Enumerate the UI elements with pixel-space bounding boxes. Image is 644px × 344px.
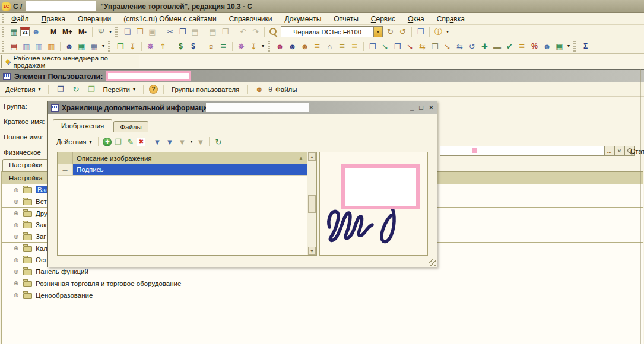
sort-icon[interactable]: ▲ (299, 155, 303, 161)
incoming-payment-icon[interactable]: ↧ (126, 40, 139, 52)
menu-site-exchange[interactable]: (cms1c.ru) Обмен с сайтами (123, 15, 217, 23)
expand-icon[interactable]: ⊕ (12, 292, 20, 298)
sales-manager-workspace-button[interactable]: ◆ Рабочее место менеджера по продажам (1, 55, 139, 68)
coins-column-icon[interactable]: ≣ (516, 40, 528, 52)
service-settings-icon[interactable]: Ψ (95, 26, 107, 38)
partners-icon[interactable]: ☻ (63, 40, 75, 52)
filter-clear-icon[interactable]: ▼ (194, 136, 207, 148)
menu-operations[interactable]: Операции (78, 15, 111, 23)
tree-row[interactable]: ⊕ Панель функций (2, 266, 643, 278)
menu-edit[interactable]: Правка (42, 15, 66, 23)
images-table-header[interactable]: Описание изображения ▲ (58, 152, 307, 164)
open-document-icon[interactable]: ❐ (134, 26, 146, 38)
doc-manager-icon[interactable]: ☻ (541, 40, 553, 52)
dialog-actions-button[interactable]: Действия ▾ (54, 137, 94, 146)
supplier-icon[interactable]: ⌂ (323, 40, 336, 52)
tree-row[interactable]: ⊕ Ценообразование (2, 289, 643, 301)
money-in-icon[interactable]: $ (175, 40, 187, 52)
files-button[interactable]: Файлы (275, 86, 297, 93)
label-printer-icon[interactable]: ▥ (45, 40, 58, 52)
structure-icon[interactable]: ▦ (553, 40, 566, 52)
filter-set-icon[interactable]: ▼ (151, 136, 163, 148)
find-prev-icon[interactable]: ↺ (396, 26, 409, 38)
close-button[interactable]: ✕ (429, 104, 434, 112)
goto-menu-button[interactable]: Перейти ▾ (100, 85, 138, 94)
help-icon[interactable]: ? (149, 85, 158, 94)
menu-catalogs[interactable]: Справочники (229, 15, 272, 23)
scrollbar-thumb[interactable] (308, 195, 316, 213)
dropdown-caret-icon[interactable]: ▾ (566, 40, 572, 52)
edit-icon[interactable]: ✎ (124, 136, 137, 148)
doc-exchange-icon[interactable]: ⇆ (453, 40, 466, 52)
copy-icon[interactable]: ❐ (176, 26, 189, 38)
order-analysis-icon[interactable]: ❐ (366, 40, 379, 52)
refresh-icon[interactable]: ↻ (69, 84, 82, 95)
print-preview-icon[interactable]: ❒ (219, 26, 231, 38)
tab-files[interactable]: Файлы (113, 121, 148, 132)
dropdown-caret-icon[interactable]: ▾ (445, 26, 451, 38)
dropdown-caret-icon[interactable]: ▾ (100, 40, 106, 52)
expand-icon[interactable]: ⊕ (12, 187, 20, 193)
delete-icon[interactable]: ✖ (137, 138, 145, 146)
menu-reports[interactable]: Отчеты (334, 15, 358, 23)
customer-payment-icon[interactable]: ☻ (299, 40, 311, 52)
add-icon[interactable]: ✚ (103, 138, 112, 146)
minimize-button[interactable]: _ (410, 104, 414, 112)
menu-documents[interactable]: Документы (284, 15, 321, 23)
resize-grip[interactable] (429, 259, 436, 266)
paste-icon[interactable]: ▤ (189, 26, 201, 38)
expand-icon[interactable]: ⊕ (12, 280, 20, 286)
expand-icon[interactable]: ⊕ (12, 245, 20, 251)
coins-add-icon[interactable]: ✚ (478, 40, 491, 52)
field-clear-button[interactable]: ✕ (614, 146, 624, 156)
calculator-icon[interactable]: ▦ (8, 26, 20, 38)
currency-exchange-icon[interactable]: ≣ (217, 40, 230, 52)
dropdown-caret-icon[interactable]: ▾ (107, 26, 113, 38)
paperclip-icon[interactable]: θ (268, 85, 272, 94)
maximize-button[interactable]: □ (419, 104, 423, 112)
coins-stack-icon[interactable]: ≣ (311, 40, 323, 52)
copy-add-icon[interactable]: ❐ (112, 136, 124, 148)
price-tools-icon[interactable]: ¤ (205, 40, 217, 52)
forward-icon[interactable]: ↷ (249, 26, 262, 38)
info-icon[interactable]: ⓘ (432, 26, 445, 38)
exchange-doc-icon[interactable]: ❐ (114, 40, 126, 52)
record-icon[interactable]: ❐ (54, 84, 66, 95)
memory-minus-button[interactable]: M- (75, 26, 90, 38)
outgoing-payment-icon[interactable]: ↥ (157, 40, 169, 52)
memory-button[interactable]: M (47, 26, 59, 38)
menu-file[interactable]: Файл (11, 15, 29, 23)
field-ellipsis-button[interactable]: ... (604, 146, 614, 156)
print-icon[interactable]: ▤ (207, 26, 219, 38)
tab-images[interactable]: Изображения (53, 119, 112, 132)
reference-field-input[interactable] (440, 146, 604, 156)
printer-combobox[interactable]: Чернила DCTec F6100 ▼ (281, 26, 383, 37)
save-icon[interactable]: ▣ (146, 26, 158, 38)
scroll-down-icon[interactable]: ▼ (308, 247, 316, 255)
pos-keyboard-icon[interactable]: ▦ (88, 40, 100, 52)
transfer-out-icon[interactable]: ↘ (404, 40, 416, 52)
transfer-in-icon[interactable]: ↘ (379, 40, 391, 52)
manager-summary-icon[interactable]: Σ (579, 40, 592, 52)
cash-drawer-icon[interactable]: ▤ (8, 40, 20, 52)
dropdown-caret-icon[interactable]: ▾ (260, 40, 266, 52)
filter-apply-icon[interactable]: ▼ (163, 136, 176, 148)
cash-register-icon[interactable]: ▦ (75, 40, 88, 52)
coins-light-icon[interactable]: ≣ (348, 40, 361, 52)
money-out-icon[interactable]: $ (187, 40, 199, 52)
customer-order-icon[interactable]: ☻ (286, 40, 299, 52)
doc-discount-icon[interactable]: % (528, 40, 541, 52)
window-list-icon[interactable]: ❐ (414, 26, 427, 38)
expand-icon[interactable]: ⊕ (12, 269, 20, 275)
receipt-printer-icon[interactable]: ▥ (33, 40, 45, 52)
new-document-icon[interactable]: ❏ (121, 26, 134, 38)
doc-approve-icon[interactable]: ✔ (503, 40, 516, 52)
order-analysis2-icon[interactable]: ❐ (391, 40, 404, 52)
expand-icon[interactable]: ⊕ (12, 210, 20, 216)
scroll-up-icon[interactable]: ▲ (308, 152, 316, 161)
tree-row[interactable]: ⊕ Розничная торговля и торговое оборудов… (2, 278, 643, 290)
doc-return-icon[interactable]: ↺ (466, 40, 478, 52)
menu-service[interactable]: Сервис (371, 15, 395, 23)
calendar-icon[interactable]: 31 (20, 27, 30, 36)
table-scrollbar[interactable]: ▲ ▼ (307, 152, 317, 256)
